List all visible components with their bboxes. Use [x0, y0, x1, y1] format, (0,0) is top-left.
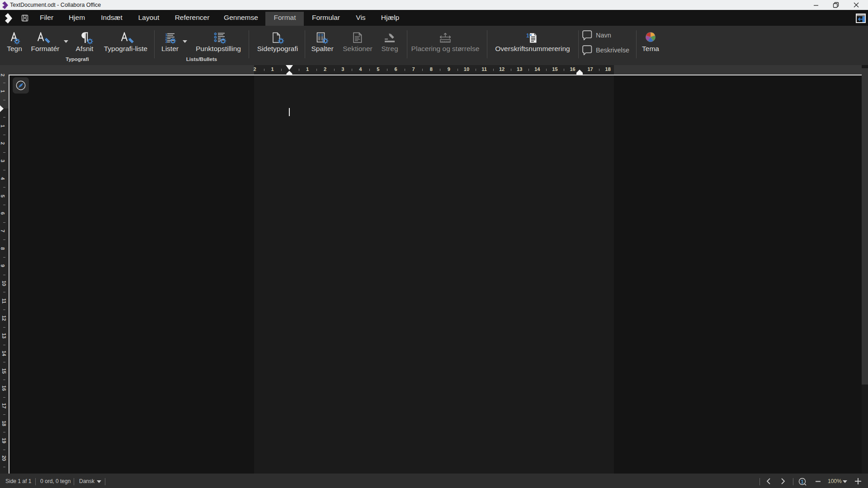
svg-text:1: 1	[801, 479, 803, 484]
svg-text:1: 1	[526, 33, 529, 39]
svg-text:3: 3	[165, 39, 168, 44]
